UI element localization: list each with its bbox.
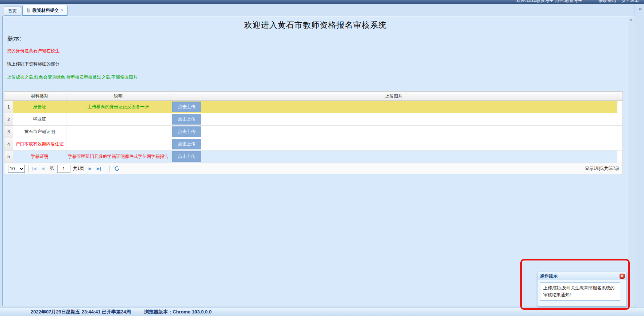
tab-close-icon[interactable]: × <box>61 8 63 12</box>
page-number-input[interactable] <box>57 165 70 173</box>
description-cell: 学籍管理部门开具的学籍证明原件或学信网学籍报告 <box>66 151 170 163</box>
popup-header[interactable]: 操作提示 ✕ <box>537 272 626 280</box>
status-browser-version: 浏览器版本：Chrome 103.0.0.0 <box>144 308 212 316</box>
upload-button[interactable]: 点击上传 <box>172 151 201 162</box>
row-filler <box>617 101 622 113</box>
next-page-button[interactable]: ▶ <box>89 167 92 171</box>
header-description: 说明 <box>66 92 170 100</box>
header-filler <box>617 92 622 100</box>
table-row[interactable]: 5 学籍证明 学籍管理部门开具的学籍证明原件或学信网学籍报告 点击上传 <box>4 151 622 163</box>
tab-bar: 首页 教资材料提交 × <box>2 4 68 16</box>
status-bar: 2022年07月29日星期五 23:44:41 已开学第24周 浏览器版本：Ch… <box>0 308 644 316</box>
last-page-button[interactable]: ▶ <box>97 167 100 171</box>
paperclip-icon <box>27 8 31 13</box>
description-cell: 上传横向的身份证正反面各一张 <box>66 101 170 113</box>
popup-message: 上传成功,及时关注教育部报名系统的审核结果通知! <box>540 282 620 301</box>
grid-body: 1 身份证 上传横向的身份证正反面各一张 点击上传 2 毕业证 点击上传 3 黄… <box>4 101 622 163</box>
table-row[interactable]: 4 户口本或有效期内居住证 点击上传 <box>4 138 622 151</box>
row-number-cell: 5 <box>4 151 13 163</box>
description-cell <box>66 113 170 126</box>
description-cell <box>66 126 170 138</box>
category-cell: 学籍证明 <box>13 151 66 163</box>
row-number-cell: 2 <box>4 113 13 126</box>
page-label-suffix: 共1页 <box>73 165 84 172</box>
upload-button[interactable]: 点击上传 <box>172 126 201 137</box>
popup-title: 操作提示 <box>537 273 558 279</box>
row-filler <box>617 151 622 163</box>
pagination-bar: 10 ◀ ◀ 第 共1页 ▶ ▶ 显示1到5,共5记录 <box>4 163 623 174</box>
row-number-cell: 1 <box>4 101 13 113</box>
row-filler <box>617 126 622 138</box>
message-popup: 操作提示 ✕ 上传成功,及时关注教育部报名系统的审核结果通知! <box>537 272 627 307</box>
vertical-scrollbar[interactable]: ▲ <box>628 16 634 305</box>
row-number-cell: 4 <box>4 138 13 151</box>
table-header-row: 材料类别 说明 上传图片 <box>4 92 622 101</box>
category-cell: 身份证 <box>13 101 66 113</box>
category-cell: 户口本或有效期内居住证 <box>13 138 66 151</box>
scroll-up-icon[interactable]: ▲ <box>628 16 634 23</box>
pager-separator <box>28 165 29 172</box>
top-bar: 欢迎:2022教资考生 角色:教资考生 修改密码 安全退出 <box>0 0 644 4</box>
upload-cell: 点击上传 <box>170 138 617 151</box>
collapse-panel-icon[interactable]: « <box>639 5 642 12</box>
header-rownum <box>4 92 13 100</box>
tab-home[interactable]: 首页 <box>4 7 21 16</box>
hint-block: 提示: 您的身份是黄石户籍在校生 请上传以下资料标红的部分 上传成功之后,红色会… <box>7 34 628 80</box>
hint-identity: 您的身份是黄石户籍在校生 <box>7 48 628 54</box>
tab-material-submit-label: 教资材料提交 <box>32 7 59 14</box>
upload-button[interactable]: 点击上传 <box>172 102 201 112</box>
header-category: 材料类别 <box>13 92 66 100</box>
upload-cell: 点击上传 <box>170 113 617 126</box>
content-panel: 欢迎进入黄石市教师资格报名审核系统 提示: 您的身份是黄石户籍在校生 请上传以下… <box>3 16 635 305</box>
welcome-text: 欢迎:2022教资考生 角色:教资考生 <box>516 0 582 3</box>
tab-home-label: 首页 <box>8 8 17 14</box>
upload-cell: 点击上传 <box>170 101 617 113</box>
row-filler <box>617 138 622 151</box>
description-cell <box>66 138 170 151</box>
upload-cell: 点击上传 <box>170 126 617 138</box>
category-cell: 黄石市户籍证明 <box>13 126 66 138</box>
popup-body: 上传成功,及时关注教育部报名系统的审核结果通知! <box>537 280 626 303</box>
page-size-select[interactable]: 10 <box>8 165 25 173</box>
tab-material-submit[interactable]: 教资材料提交 × <box>22 5 68 16</box>
record-summary: 显示1到5,共5记录 <box>585 165 622 172</box>
page-label-prefix: 第 <box>50 165 54 172</box>
prev-page-button[interactable]: ◀ <box>41 167 44 171</box>
hint-success: 上传成功之后,红色会变为绿色 待审核员审核通过之后,不能修改图片 <box>7 74 628 80</box>
change-password-link[interactable]: 修改密码 <box>598 0 616 3</box>
hint-label: 提示: <box>7 34 628 43</box>
popup-close-icon[interactable]: ✕ <box>620 274 625 279</box>
category-cell: 毕业证 <box>13 113 66 126</box>
upload-button[interactable]: 点击上传 <box>172 139 201 149</box>
upload-button[interactable]: 点击上传 <box>172 114 201 125</box>
refresh-icon[interactable] <box>114 166 120 171</box>
table-row[interactable]: 1 身份证 上传横向的身份证正反面各一张 点击上传 <box>4 101 622 113</box>
panel-left-edge <box>2 16 3 306</box>
table-row[interactable]: 3 黄石市户籍证明 点击上传 <box>4 126 622 138</box>
pager-separator-2 <box>109 165 110 172</box>
logout-link[interactable]: 安全退出 <box>621 0 639 3</box>
right-panel-divider <box>635 4 635 308</box>
page-title: 欢迎进入黄石市教师资格报名审核系统 <box>3 20 628 31</box>
row-filler <box>617 113 622 126</box>
table-row[interactable]: 2 毕业证 点击上传 <box>4 113 622 126</box>
hint-upload: 请上传以下资料标红的部分 <box>7 61 628 67</box>
header-upload: 上传图片 <box>170 92 617 100</box>
material-table: 材料类别 说明 上传图片 1 身份证 上传横向的身份证正反面各一张 点击上传 2… <box>4 91 623 163</box>
row-number-cell: 3 <box>4 126 13 138</box>
status-datetime: 2022年07月29日星期五 23:44:41 已开学第24周 <box>31 308 131 316</box>
upload-cell: 点击上传 <box>170 151 617 163</box>
first-page-button[interactable]: ◀ <box>32 167 36 171</box>
